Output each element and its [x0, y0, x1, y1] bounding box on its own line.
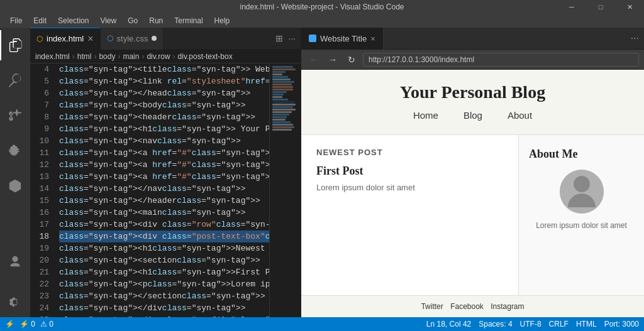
close-button[interactable]: ✕: [615, 0, 644, 14]
port[interactable]: Port: 3000: [604, 320, 639, 328]
code-line[interactable]: class="syn-tag"></headerclass="syn-tag">…: [59, 195, 269, 207]
menu-bar: File Edit Selection View Go Run Terminal…: [0, 14, 644, 28]
footer-facebook[interactable]: Facebook: [450, 302, 484, 311]
maximize-button[interactable]: □: [586, 0, 615, 14]
code-line[interactable]: class="syn-tag"></headclass="syn-tag">>: [59, 87, 269, 99]
forward-button[interactable]: →: [325, 52, 340, 67]
line-endings[interactable]: CRLF: [549, 320, 569, 328]
avatar-image: [560, 170, 604, 214]
menu-selection[interactable]: Selection: [53, 14, 94, 28]
code-line[interactable]: class="syn-tag"><pclass="syn-tag">>Lorem…: [59, 278, 269, 290]
code-line[interactable]: class="syn-tag"><bodyclass="syn-tag">>: [59, 99, 269, 111]
activity-extensions[interactable]: [0, 171, 30, 201]
avatar-head: [574, 176, 590, 192]
unsaved-dot: [152, 36, 157, 41]
menu-run[interactable]: Run: [144, 14, 168, 28]
breadcrumb-item-4[interactable]: div.row: [147, 52, 170, 61]
activity-debug[interactable]: [0, 136, 30, 166]
site-main: Newest Post First Post Lorem ipsum dolor…: [301, 135, 644, 295]
code-line[interactable]: class="syn-tag"></navclass="syn-tag">>: [59, 183, 269, 195]
browser-tab-website[interactable]: Website Title ×: [301, 28, 384, 50]
code-line[interactable]: class="syn-tag"><sectionclass="syn-tag">…: [59, 254, 269, 266]
menu-terminal[interactable]: Terminal: [169, 14, 208, 28]
status-bar: ⚡ ⚡ 0 ⚠ 0 Ln 18, Col 42 Spaces: 4 UTF-8 …: [0, 317, 644, 331]
activity-account[interactable]: [0, 247, 30, 277]
reload-button[interactable]: ↻: [344, 52, 359, 67]
footer-instagram[interactable]: Instagram: [491, 302, 524, 311]
code-line[interactable]: class="syn-tag"><mainclass="syn-tag">>: [59, 207, 269, 219]
code-line[interactable]: class="syn-tag"><a href="#"class="syn-ta…: [59, 147, 269, 159]
browser-tab-favicon: [309, 35, 316, 42]
nav-home[interactable]: Home: [413, 110, 438, 121]
site-sidebar: About Me Lorem ipsum dolor sit amet: [518, 135, 644, 295]
breadcrumb-item-3[interactable]: main: [123, 52, 139, 61]
tab-index-close[interactable]: ×: [87, 34, 93, 44]
breadcrumb-item-0[interactable]: index.html: [35, 52, 70, 61]
breadcrumb-item-5[interactable]: div.post-text-box: [178, 52, 233, 61]
site-title: Your Personal Blog: [301, 82, 644, 102]
menu-help[interactable]: Help: [209, 14, 235, 28]
warning-count[interactable]: ⚠ 0: [40, 320, 53, 328]
tab-style-css[interactable]: ⬡ style.css: [101, 28, 164, 50]
menu-go[interactable]: Go: [123, 14, 143, 28]
css-icon: ⬡: [107, 34, 113, 43]
cursor-position[interactable]: Ln 18, Col 42: [426, 320, 471, 328]
sidebar-title: About Me: [529, 148, 634, 161]
code-line[interactable]: class="syn-tag"><h1class="syn-tag">> You…: [59, 123, 269, 135]
breadcrumb-item-1[interactable]: html: [77, 52, 92, 61]
code-line[interactable]: class="syn-tag"><div class="row"class="s…: [59, 219, 269, 231]
back-button[interactable]: ←: [306, 52, 321, 67]
code-editor[interactable]: 4567891011121314151617181920212223242526…: [30, 63, 301, 317]
split-editor-icon[interactable]: ⊞: [275, 33, 283, 43]
code-line[interactable]: class="syn-tag"><div class="post-text-bo…: [59, 231, 269, 242]
code-line[interactable]: class="syn-tag"><a href="#"class="syn-ta…: [59, 159, 269, 171]
code-content[interactable]: class="syn-tag"><titleclass="syn-tag">> …: [54, 63, 269, 317]
code-line[interactable]: class="syn-tag"><h1class="syn-tag">>Firs…: [59, 266, 269, 278]
activity-settings[interactable]: [0, 287, 30, 317]
indentation[interactable]: Spaces: 4: [479, 320, 512, 328]
code-line[interactable]: class="syn-tag"></divclass="syn-tag">>: [59, 302, 269, 314]
line-numbers: 4567891011121314151617181920212223242526…: [30, 63, 54, 317]
activity-bar: [0, 28, 30, 317]
code-line[interactable]: class="syn-tag"></sectionclass="syn-tag"…: [59, 290, 269, 302]
url-bar[interactable]: [363, 53, 639, 67]
browser-more-icon[interactable]: ···: [631, 33, 639, 43]
site-posts: Newest Post First Post Lorem ipsum dolor…: [301, 135, 518, 295]
breadcrumb-item-2[interactable]: body: [99, 52, 115, 61]
nav-about[interactable]: About: [508, 110, 532, 121]
post-heading: Newest Post: [316, 148, 503, 157]
tab-index-html[interactable]: ⬡ index.html ×: [30, 28, 101, 50]
code-line[interactable]: class="syn-tag"><a href="#"class="syn-ta…: [59, 171, 269, 183]
site-header: Your Personal Blog Home Blog About: [301, 70, 644, 135]
tab-index-label: index.html: [47, 34, 84, 43]
error-count[interactable]: ⚡ 0: [19, 320, 35, 328]
code-line[interactable]: class="syn-tag"><navclass="syn-tag">>: [59, 135, 269, 147]
code-line[interactable]: class="syn-tag"><headerclass="syn-tag">>: [59, 111, 269, 123]
code-line[interactable]: class="syn-tag"><h1class="syn-tag">>Newe…: [59, 242, 269, 254]
menu-edit[interactable]: Edit: [28, 14, 52, 28]
nav-blog[interactable]: Blog: [464, 110, 482, 121]
browser-tab-close[interactable]: ×: [370, 34, 375, 43]
activity-search[interactable]: [0, 65, 30, 95]
post-title: First Post: [316, 165, 503, 178]
more-actions-icon[interactable]: ···: [288, 33, 296, 43]
site-nav: Home Blog About: [301, 102, 644, 128]
menu-file[interactable]: File: [5, 14, 27, 28]
code-line[interactable]: class="syn-tag"><div class="profile"clas…: [59, 314, 269, 317]
encoding[interactable]: UTF-8: [520, 320, 541, 328]
footer-twitter[interactable]: Twitter: [421, 302, 443, 311]
code-line[interactable]: class="syn-tag"><titleclass="syn-tag">> …: [59, 63, 269, 75]
avatar: [560, 170, 604, 214]
breadcrumb: index.html › html › body › main › div.ro…: [30, 50, 301, 63]
activity-explorer[interactable]: [0, 30, 30, 60]
browser-panel: Website Title × ··· ← → ↻ Your Personal …: [301, 28, 644, 317]
minimap: [269, 63, 301, 317]
browser-tab-actions: ···: [631, 33, 644, 44]
activity-source-control[interactable]: [0, 100, 30, 131]
menu-view[interactable]: View: [95, 14, 121, 28]
code-line[interactable]: class="syn-tag"><link rel="stylesheet" h…: [59, 75, 269, 87]
tab-style-label: style.css: [117, 34, 148, 43]
language-mode[interactable]: HTML: [576, 320, 597, 328]
browser-toolbar: ← → ↻: [301, 50, 644, 70]
minimize-button[interactable]: ─: [557, 0, 586, 14]
